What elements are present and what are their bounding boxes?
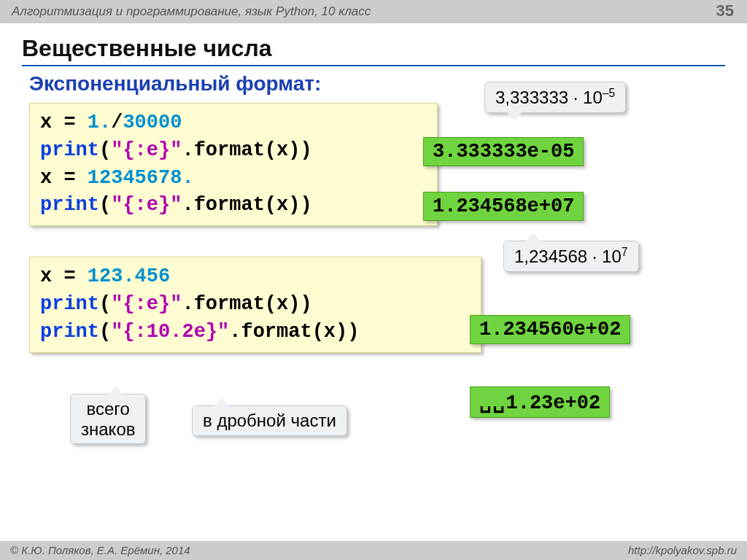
code-line-7: print("{:10.2e}".format(x)) [40,319,471,346]
code-line-1: x = 1./30000 [40,109,427,137]
callout-sci-2: 1,234568 · 107 [503,241,639,272]
callout-tail-icon [526,233,541,241]
callout-sci-1: 3,333333 · 10–5 [484,82,626,113]
header-text: Алгоритмизация и программирование, язык … [12,4,371,18]
page-title: Вещественные числа [22,35,725,66]
code-line-5: x = 123.456 [40,263,471,291]
slide-content: Вещественные числа Экспоненциальный форм… [0,23,747,353]
output-3: 1.234560e+02 [470,315,630,344]
code-line-2: print("{:e}".format(x)) [40,137,427,165]
callout-tail-icon [214,397,229,406]
callout-total-digits: всего знаков [70,394,146,444]
code-block-2: x = 123.456 print("{:e}".format(x)) prin… [29,257,481,352]
top-bar: Алгоритмизация и программирование, язык … [0,0,747,23]
output-2: 1.234568e+07 [423,192,584,221]
footer-left: © К.Ю. Поляков, Е.А. Ерёмин, 2014 [10,544,190,556]
output-1: 3.333333e-05 [423,137,584,166]
page-number: 35 [716,1,734,20]
callout-decimal-digits: в дробной части [192,405,347,436]
code-line-4: print("{:e}".format(x)) [40,192,427,219]
code-line-3: x = 12345678. [40,165,427,192]
footer-right: http://kpolyakov.spb.ru [628,544,737,556]
bottom-bar: © К.Ю. Поляков, Е.А. Ерёмин, 2014 http:/… [0,541,747,560]
code-block-1: x = 1./30000 print("{:e}".format(x)) x =… [29,103,438,226]
callout-tail-icon [109,386,123,394]
callout-tail-icon [507,112,522,121]
code-line-6: print("{:e}".format(x)) [40,291,471,319]
output-4: ␣␣1.23e+02 [470,386,610,418]
